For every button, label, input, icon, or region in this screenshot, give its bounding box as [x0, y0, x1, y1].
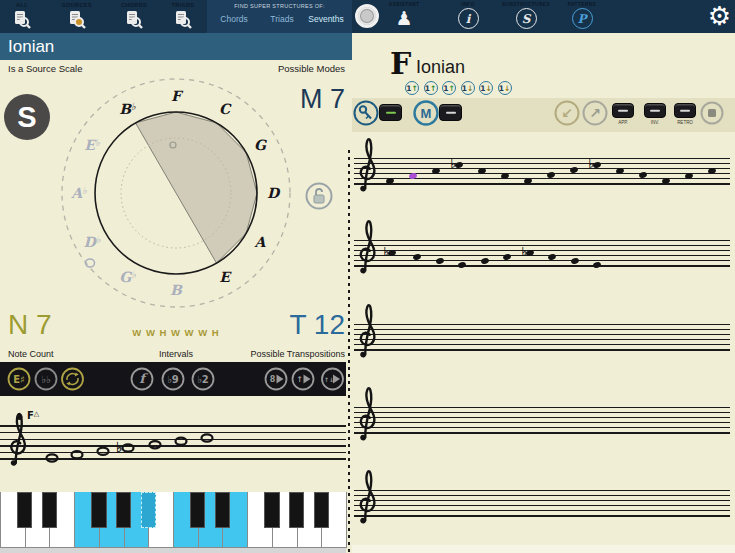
whole-note-2 [98, 448, 109, 455]
piano-key-black-3[interactable] [116, 492, 132, 528]
piano-key-black-6[interactable] [215, 492, 231, 528]
circle-note-F[interactable]: F [171, 88, 184, 104]
flat-sign: ♭ [384, 245, 390, 259]
toggle-button-1[interactable] [379, 104, 402, 121]
whole-note-3 [123, 444, 134, 451]
function-icon[interactable]: f [132, 369, 153, 390]
m-mode-button[interactable]: M [415, 102, 438, 125]
toggle-label-2: RETRO [670, 120, 700, 125]
toggle-app[interactable] [612, 103, 634, 118]
circle-note-D[interactable]: D [267, 185, 281, 201]
double-flat-spelling-icon[interactable]: ♭♭ [36, 369, 57, 390]
substructures-icon: S [516, 8, 537, 29]
pattern-step-badge-5[interactable]: 1↓ [479, 81, 493, 95]
pattern-scale-name: Ionian [416, 57, 465, 78]
toggle-button-2[interactable] [439, 104, 462, 121]
super-sevenths-link[interactable]: Sevenths [308, 14, 343, 24]
circle-note-Eb[interactable]: E♭ [84, 137, 100, 153]
svg-text:↑↓: ↑↓ [324, 376, 334, 383]
key-signature-button[interactable] [355, 102, 378, 125]
tab-chords[interactable]: CHORDS [112, 0, 156, 29]
circle-note-Bb[interactable]: B♭ [119, 101, 136, 117]
circle-note-A[interactable]: A [254, 234, 267, 250]
svg-text:♭♭: ♭♭ [41, 374, 51, 385]
toggle-label-0: APP. [608, 120, 638, 125]
search-doc-icon [124, 10, 144, 29]
lock-icon[interactable] [305, 182, 333, 210]
info-icon: i [458, 8, 479, 29]
whole-note-5 [176, 438, 187, 445]
search-doc-icon [12, 10, 32, 29]
piano-key-black-0[interactable] [17, 492, 33, 528]
pattern-step-badge-4[interactable]: 1↓ [461, 81, 475, 95]
gear-icon[interactable]: ⚙ [708, 1, 731, 31]
pattern-step-badge-3[interactable]: 1↑ [442, 81, 456, 95]
toggle-label-1: INV. [640, 120, 670, 125]
tab-sources[interactable]: SOURCES [55, 0, 99, 29]
super-chords-link[interactable]: Chords [220, 14, 247, 24]
flat2-icon[interactable]: ♭2 [193, 369, 214, 390]
stop-button[interactable] [702, 103, 723, 124]
piano-key-black-5[interactable] [190, 492, 206, 528]
pattern-step-badge-2[interactable]: 1↑ [424, 81, 438, 95]
cycle-spelling-icon[interactable] [62, 369, 83, 390]
svg-text:M: M [421, 106, 432, 121]
svg-text:↗: ↗ [589, 105, 601, 121]
piano-key-black-9[interactable] [314, 492, 330, 528]
svg-text:♭9: ♭9 [167, 374, 179, 385]
circle-note-B[interactable]: B [170, 282, 183, 298]
piano-key-black-1[interactable] [42, 492, 58, 528]
super-triads-link[interactable]: Triads [270, 14, 293, 24]
play-up-icon[interactable]: ↑ [293, 369, 314, 390]
assistant-icon: ♟ [369, 8, 439, 29]
svg-text:↑: ↑ [296, 375, 303, 384]
transpositions-label: Possible Transpositions [250, 349, 345, 359]
piano-key-black-2[interactable] [91, 492, 107, 528]
pattern-staves: ♭♭♭♭ [352, 138, 735, 553]
play-step-icon[interactable]: ↑↓ [322, 369, 343, 390]
circle-note-Db[interactable]: D♭ [84, 234, 101, 250]
whole-note-0 [47, 454, 58, 461]
toggle-inv[interactable] [644, 103, 666, 118]
piano-key-black-7[interactable] [264, 492, 280, 528]
piano-keyboard[interactable] [0, 492, 346, 548]
tab-all[interactable]: ALL [0, 0, 44, 29]
pattern-step-badges: 1↑1↑1↑1↓1↓1↓ [405, 81, 512, 95]
tab-patterns[interactable]: PATTERNSP [547, 0, 617, 29]
piano-key-black-4[interactable] [141, 492, 157, 528]
transpositions-value: T 12 [289, 309, 345, 341]
circle-note-Gb[interactable]: G♭ [119, 269, 136, 285]
whole-note-1 [72, 451, 83, 458]
e-sharp-spelling-icon[interactable]: E♯ [9, 369, 30, 390]
pattern-note [480, 257, 489, 265]
pattern-step-badge-1[interactable]: 1↑ [405, 81, 419, 95]
tab-assistant[interactable]: ASSISTANT♟ [369, 0, 439, 29]
circle-note-E[interactable]: E [219, 269, 232, 285]
toggle-retro[interactable] [674, 103, 696, 118]
piano-key-black-8[interactable] [289, 492, 305, 528]
right-toolbar: ASSISTANT♟ INFOi SUBSTRUCTURESS PATTERNS… [352, 0, 735, 33]
circle-note-C[interactable]: C [219, 101, 232, 117]
pattern-step-badge-6[interactable]: 1↓ [498, 81, 512, 95]
spelling-playback-toolbar: E♯♭♭f♭9♭28↑↑↓ [0, 362, 346, 396]
svg-text:E♯: E♯ [13, 374, 25, 385]
flat9-icon[interactable]: ♭9 [163, 369, 184, 390]
transpose-up-arrow-button[interactable]: ↗ [584, 102, 607, 125]
circle-note-G[interactable]: G [254, 137, 267, 153]
svg-text:f: f [139, 371, 148, 386]
circle-note-Ab[interactable]: A♭ [70, 185, 87, 201]
pattern-note [592, 261, 601, 269]
search-doc-icon [173, 10, 193, 29]
play-chord-icon[interactable]: 8 [266, 369, 287, 390]
tab-triads[interactable]: TRIADS [161, 0, 205, 29]
left-toolbar: ALL SOURCES CHORDS TRIADS FIND SUPER STR… [0, 0, 352, 33]
transpose-down-arrow-button[interactable]: ↙ [556, 102, 579, 125]
pattern-root: F [390, 46, 411, 81]
pattern-note [457, 261, 466, 269]
flat-sign: ♭ [522, 245, 528, 259]
patterns-icon: P [572, 8, 593, 29]
pattern-note [435, 257, 444, 265]
pattern-note [570, 257, 579, 265]
svg-text:8: 8 [270, 375, 276, 384]
svg-text:↙: ↙ [561, 105, 573, 121]
